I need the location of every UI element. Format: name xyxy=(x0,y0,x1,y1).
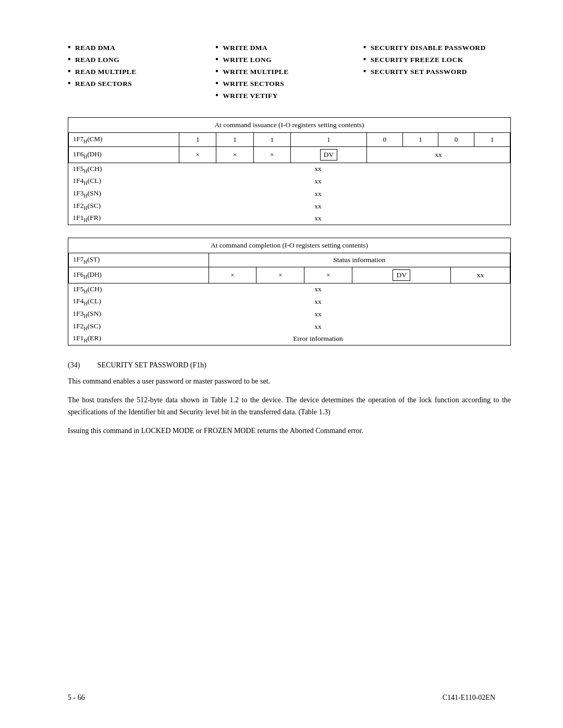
section-heading: (34) SECURITY SET PASSWORD (F1h) xyxy=(68,361,511,369)
footer-page-number: 5 - 66 xyxy=(68,694,85,702)
reg-1f1-er: 1F1H(ER) xyxy=(69,332,126,345)
reg-1f7-cm: 1F7H(CM) xyxy=(69,133,179,147)
table-completion: At command completion (I-O registers set… xyxy=(68,238,511,346)
bullet-item: WRITE SECTORS xyxy=(215,78,363,90)
footer: 5 - 66 C141-E110-02EN xyxy=(0,694,563,702)
bullet-col-3: SECURITY DISABLE PASSWORD SECURITY FREEZ… xyxy=(363,42,511,102)
footer-doc-id: C141-E110-02EN xyxy=(443,694,495,702)
table2-caption: At command completion (I-O registers set… xyxy=(69,238,510,253)
bullet-col-2: WRITE DMA WRITE LONG WRITE MULTIPLE WRIT… xyxy=(215,42,363,102)
bullet-item: READ DMA xyxy=(68,42,215,54)
status-info: Status information xyxy=(209,253,510,267)
reg-1f6-dh-row2: 1F6H(DH) xyxy=(69,267,209,283)
reg-1f7-st: 1F7H(ST) xyxy=(69,253,209,267)
paragraph-2: The host transfers the 512-byte data sho… xyxy=(68,394,511,418)
bullet-section: READ DMA READ LONG READ MULTIPLE READ SE… xyxy=(68,42,511,102)
reg-1f2-sc-t2: 1F2H(SC) xyxy=(69,320,126,333)
section-title: SECURITY SET PASSWORD (F1h) xyxy=(97,361,206,369)
reg-1f5-ch: 1F5H(CH) xyxy=(69,163,126,176)
bullet-item: SECURITY FREEZE LOCK xyxy=(363,54,511,66)
reg-1f3-sn: 1F3H(SN) xyxy=(69,188,126,200)
paragraph-3: Issuing this command in LOCKED MODE or F… xyxy=(68,425,511,437)
paragraph-1: This command enables a user password or … xyxy=(68,376,511,387)
bullet-item: WRITE LONG xyxy=(215,54,363,66)
table-issuance: At command issuance (I-O registers setti… xyxy=(68,117,511,225)
error-info: Error information xyxy=(126,332,510,345)
bullet-item: WRITE MULTIPLE xyxy=(215,66,363,78)
bullet-item: SECURITY SET PASSWORD xyxy=(363,66,511,78)
reg-1f1-fr: 1F1H(FR) xyxy=(69,212,126,225)
reg-1f2-sc: 1F2H(SC) xyxy=(69,200,126,213)
section-number: (34) xyxy=(68,361,80,369)
bullet-item: SECURITY DISABLE PASSWORD xyxy=(363,42,511,54)
page: READ DMA READ LONG READ MULTIPLE READ SE… xyxy=(0,0,563,728)
bullet-col-1: READ DMA READ LONG READ MULTIPLE READ SE… xyxy=(68,42,215,102)
reg-1f5-ch-t2: 1F5H(CH) xyxy=(69,283,126,296)
bullet-item: READ LONG xyxy=(68,54,215,66)
reg-1f3-sn-t2: 1F3H(SN) xyxy=(69,308,126,320)
reg-1f4-cl: 1F4H(CL) xyxy=(69,175,126,188)
table1-caption: At command issuance (I-O registers setti… xyxy=(69,118,510,133)
bullet-item: READ MULTIPLE xyxy=(68,66,215,78)
bullet-item: WRITE VETIFY xyxy=(215,90,363,102)
reg-1f6-dh-row1: 1F6H(DH) xyxy=(69,146,179,163)
bullet-item: WRITE DMA xyxy=(215,42,363,54)
bullet-item: READ SECTORS xyxy=(68,78,215,90)
reg-1f4-cl-t2: 1F4H(CL) xyxy=(69,295,126,308)
